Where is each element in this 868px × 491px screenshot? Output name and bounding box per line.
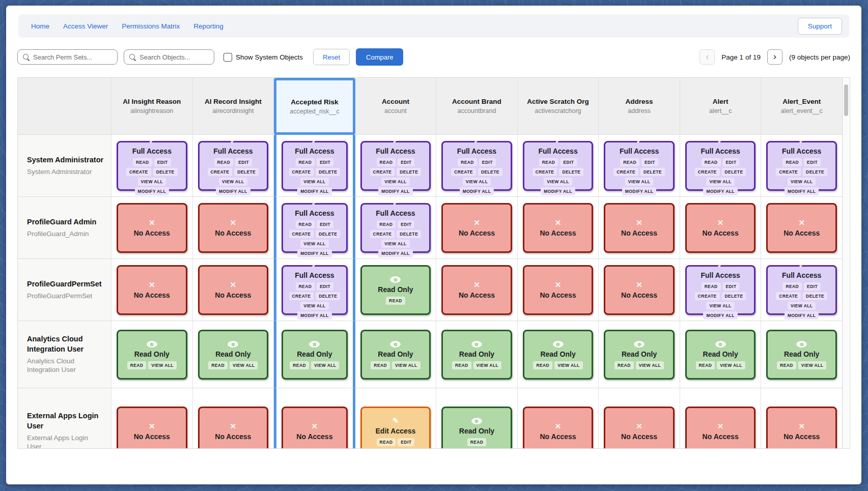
row-header-External_Apps_Login_User[interactable]: External Apps Login UserExternal Apps Lo… [18,388,111,449]
access-level-label: Read Only [378,350,413,358]
access-cell[interactable]: ✕No Access [193,388,274,449]
access-cell[interactable]: ✕No Access [680,197,762,259]
access-cell[interactable]: Read OnlyREADVIEW ALL [680,321,762,388]
prev-page-button[interactable]: ‹ [699,49,715,65]
pencil-icon: ✎ [393,416,399,425]
permission-badge: READ [539,158,558,166]
column-header-alert__c[interactable]: Alertalert__c [680,78,762,135]
permission-badge: EDIT [804,158,821,166]
row-header-ProfileGuard_Admin[interactable]: ProfileGuard AdminProfileGuard_Admin [18,197,111,259]
matrix-scrollbar-thumb[interactable] [844,84,848,116]
access-cell[interactable]: Read OnlyREADVIEW ALL [274,321,355,388]
read-access-box: Read OnlyREADVIEW ALL [198,330,269,380]
access-cell[interactable]: Read OnlyREAD [355,259,437,321]
access-cell[interactable]: ✕No Access [518,388,599,449]
access-cell[interactable]: ✓Full AccessREADEDITCREATEDELETEVIEW ALL… [355,197,437,259]
eye-icon [634,341,645,348]
access-cell[interactable]: ✓Full AccessREADEDITCREATEDELETEVIEW ALL… [761,135,843,197]
per-page-label: (9 objects per page) [789,53,850,61]
access-cell[interactable]: Read OnlyREAD [436,388,518,449]
show-system-objects-checkbox[interactable] [223,53,232,62]
access-cell[interactable]: ✓Full AccessREADEDITCREATEDELETEVIEW ALL… [761,259,843,321]
access-cell[interactable]: ✕No Access [599,388,680,449]
access-cell[interactable]: ✕No Access [599,259,680,321]
access-cell[interactable]: ✕No Access [518,259,599,321]
column-header-airecordinsight[interactable]: AI Record Insightairecordinsight [193,78,274,135]
nav-link-reporting[interactable]: Reporting [193,22,223,30]
permission-badges: READVIEW ALL [533,361,582,369]
access-cell[interactable]: ✓Full AccessREADEDITCREATEDELETEVIEW ALL… [680,135,762,197]
nav-link-permissions-matrix[interactable]: Permissions Matrix [122,22,180,30]
check-icon: ✓ [798,261,805,270]
permission-badge: CREATE [533,168,557,176]
next-page-button[interactable]: › [767,49,782,65]
access-cell[interactable]: ✕No Access [518,197,599,259]
support-button[interactable]: Support [798,18,842,35]
permission-badge: VIEW ALL [311,361,340,369]
access-cell[interactable]: ✓Full AccessREADEDITCREATEDELETEVIEW ALL… [193,135,274,197]
search-perm-sets-input[interactable] [33,53,112,61]
column-header-account[interactable]: Accountaccount [355,78,437,135]
reset-button[interactable]: Reset [313,49,350,65]
row-header-System_Administrator[interactable]: System AdministratorSystem Administrator [18,135,111,197]
access-cell[interactable]: ✕No Access [193,197,274,259]
access-cell[interactable]: ✓Full AccessREADEDITCREATEDELETEVIEW ALL… [274,135,355,197]
access-cell[interactable]: ✓Full AccessREADEDITCREATEDELETEVIEW ALL… [355,135,437,197]
access-cell[interactable]: Read OnlyREADVIEW ALL [193,321,274,388]
nav-link-home[interactable]: Home [31,22,49,30]
access-cell[interactable]: Read OnlyREADVIEW ALL [355,321,437,388]
access-cell[interactable]: ✓Full AccessREADEDITCREATEDELETEVIEW ALL… [274,197,355,259]
access-cell[interactable]: ✕No Access [111,259,193,321]
access-cell[interactable]: ✕No Access [761,388,843,449]
permission-badge: VIEW ALL [788,302,816,310]
access-cell[interactable]: ✓Full AccessREADEDITCREATEDELETEVIEW ALL… [599,135,680,197]
eye-icon [390,341,401,348]
access-cell[interactable]: ✕No Access [436,259,518,321]
access-cell[interactable]: Read OnlyREADVIEW ALL [436,321,518,388]
access-cell[interactable]: ✕No Access [761,197,843,259]
permission-badge: MODIFY ALL [297,249,331,257]
access-cell[interactable]: ✕No Access [436,197,518,259]
access-cell[interactable]: Read OnlyREADVIEW ALL [599,321,680,388]
access-cell[interactable]: Read OnlyREADVIEW ALL [761,321,843,388]
column-header-accepted_risk__c[interactable]: Accepted Riskaccepted_risk__c [274,78,355,135]
full-access-box: ✓Full AccessREADEDITCREATEDELETEVIEW ALL… [523,141,594,191]
compare-button[interactable]: Compare [356,48,403,66]
access-cell[interactable]: Read OnlyREADVIEW ALL [111,321,193,388]
access-level-label: Full Access [376,209,415,217]
nav-link-access-viewer[interactable]: Access Viewer [63,22,108,30]
access-cell[interactable]: ✓Full AccessREADEDITCREATEDELETEVIEW ALL… [274,259,355,321]
none-access-box: ✕No Access [685,203,756,253]
permission-badge: READ [702,158,721,166]
access-cell[interactable]: ✓Full AccessREADEDITCREATEDELETEVIEW ALL… [518,135,599,197]
none-access-box: ✕No Access [441,265,512,315]
access-cell[interactable]: ✎Edit AccessREADEDIT [355,388,437,449]
access-cell[interactable]: ✕No Access [274,388,355,449]
permission-badge: CREATE [126,168,151,176]
access-cell[interactable]: ✕No Access [599,197,680,259]
access-cell[interactable]: ✕No Access [680,388,762,449]
column-header-alert_event__c[interactable]: Alert_Eventalert_event__c [761,78,843,135]
none-access-box: ✕No Access [604,407,675,449]
full-access-box: ✓Full AccessREADEDITCREATEDELETEVIEW ALL… [685,265,756,315]
access-cell[interactable]: ✓Full AccessREADEDITCREATEDELETEVIEW ALL… [680,259,762,321]
access-cell[interactable]: Read OnlyREADVIEW ALL [518,321,599,388]
permission-badge: VIEW ALL [300,240,329,248]
access-cell[interactable]: ✓Full AccessREADEDITCREATEDELETEVIEW ALL… [436,135,518,197]
x-icon: ✕ [230,422,237,431]
row-header-ProfileGuardPermSet[interactable]: ProfileGuardPermSetProfileGuardPermSet [18,259,111,321]
search-objects-input[interactable] [139,53,209,61]
x-icon: ✕ [717,422,724,431]
permission-badge: CREATE [370,230,395,238]
column-header-address[interactable]: Addressaddress [599,78,680,135]
column-header-aiinsightreason[interactable]: AI Insight Reasonaiinsightreason [111,78,193,135]
access-cell[interactable]: ✕No Access [111,197,193,259]
column-header-accountbrand[interactable]: Account Brandaccountbrand [436,78,518,135]
access-cell[interactable]: ✓Full AccessREADEDITCREATEDELETEVIEW ALL… [111,135,193,197]
access-level-label: No Access [621,291,657,299]
permission-badge: CREATE [695,292,720,300]
row-header-Analytics_Cloud_Integration_User[interactable]: Analytics Cloud Integration UserAnalytic… [18,321,111,388]
access-cell[interactable]: ✕No Access [111,388,193,449]
access-cell[interactable]: ✕No Access [193,259,274,321]
column-header-activescratchorg[interactable]: Active Scratch Orgactivescratchorg [518,78,599,135]
